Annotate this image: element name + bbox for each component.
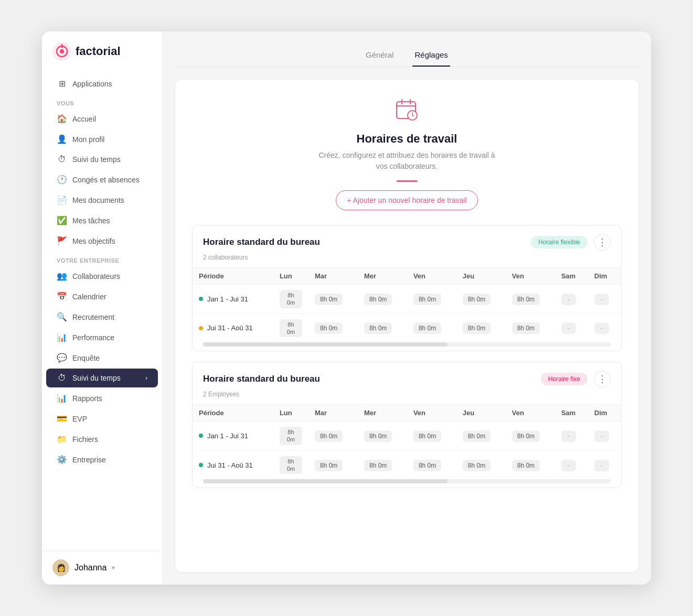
time-badge: 8h 0m (512, 430, 540, 442)
time-badge: 8h 0m (463, 460, 491, 471)
content-area: Horaires de travail Créez, configurez et… (175, 80, 638, 572)
time-badge: 8h 0m (364, 430, 392, 442)
sidebar-item-label: Calendrier (72, 293, 106, 301)
time-badge: 8h 0m (315, 294, 343, 305)
period-cell-1-2: Jui 31 - Aoû 31 (199, 324, 267, 332)
status-dot-green (199, 297, 203, 301)
col-header-periode-2: Période (193, 405, 273, 422)
sidebar-item-label: Suivi du temps (72, 374, 121, 382)
col-header-jeu-2: Jeu (456, 405, 506, 422)
sidebar-item-label: Entreprise (72, 456, 106, 464)
more-options-button-2[interactable]: ⋮ (594, 371, 611, 387)
schedule-card-1-actions: Horaire flexible ⋮ (531, 234, 611, 251)
sidebar-item-label: Mes objectifs (72, 237, 115, 245)
schedule-card-2: Horaire standard du bureau Horaire fixe … (192, 362, 622, 488)
sidebar-item-mes-documents[interactable]: 📄 Mes documents (46, 190, 158, 210)
col-header-sam-2: Sam (555, 405, 588, 422)
more-options-button-1[interactable]: ⋮ (594, 234, 611, 251)
sidebar-item-label: Performance (72, 333, 114, 342)
scroll-bar-1[interactable] (203, 342, 611, 347)
chart-icon: 📊 (57, 332, 67, 342)
user-icon: 👤 (57, 134, 67, 144)
col-header-dim: Dim (588, 268, 621, 285)
dash-badge: - (594, 460, 609, 471)
sidebar-item-rapports[interactable]: 📊 Rapports (46, 388, 158, 408)
clock-icon: ⏱ (57, 155, 67, 164)
add-schedule-button[interactable]: + Ajouter un nouvel horaire de travail (336, 190, 477, 210)
sidebar-item-enquete[interactable]: 💬 Enquête (46, 348, 158, 368)
sidebar-item-conges[interactable]: 🕐 Congés et absences (46, 170, 158, 189)
sidebar-item-mes-taches[interactable]: ✅ Mes tâches (46, 211, 158, 230)
card-icon: 💳 (57, 414, 67, 424)
time-badge: 8h 0m (364, 322, 392, 334)
tab-general[interactable]: Général (364, 44, 396, 67)
time-badge: 8h0m (280, 290, 302, 308)
scroll-bar-2[interactable] (203, 479, 611, 483)
dash-badge: - (561, 294, 576, 305)
sidebar: factorial ⊞ Applications VOUS 🏠 Accueil … (42, 31, 163, 585)
table-row: Jui 31 - Aoû 31 8h0m 8h 0m 8h 0m 8h 0m 8… (193, 450, 621, 479)
time-badge: 8h 0m (315, 430, 343, 442)
schedule-card-2-header: Horaire standard du bureau Horaire fixe … (193, 362, 621, 390)
time-badge: 8h 0m (315, 460, 343, 471)
dash-badge: - (594, 294, 609, 305)
sidebar-item-suivi-vous[interactable]: ⏱ Suivi du temps (46, 150, 158, 169)
sidebar-item-label: Congés et absences (72, 176, 140, 184)
schedule-card-2-meta: 2 Employees (193, 390, 621, 404)
sidebar-item-label: Rapports (72, 394, 102, 403)
user-profile[interactable]: 👩 Johanna ▾ (42, 550, 162, 585)
badge-flexible: Horaire flexible (531, 236, 588, 248)
sidebar-item-suivi-temps[interactable]: ⏱ Suivi du temps › (46, 369, 158, 387)
page-title: Horaires de travail (192, 132, 622, 146)
time-badge: 8h 0m (463, 294, 491, 305)
sidebar-item-collaborateurs[interactable]: 👥 Collaborateurs (46, 266, 158, 286)
sidebar-item-performance[interactable]: 📊 Performance (46, 328, 158, 347)
tab-bar: Général Réglages (175, 44, 638, 67)
flag-icon: 🚩 (57, 236, 67, 246)
time-badge: 8h 0m (413, 430, 441, 442)
sidebar-item-mon-profil[interactable]: 👤 Mon profil (46, 129, 158, 149)
sidebar-item-label: Recrutement (72, 313, 114, 321)
calendar-icon: 📅 (57, 291, 67, 301)
plus-square-icon: ⊞ (57, 79, 67, 89)
sidebar-item-fichiers[interactable]: 📁 Fichiers (46, 429, 158, 449)
sidebar-item-recrutement[interactable]: 🔍 Recrutement (46, 307, 158, 327)
sidebar-item-evp[interactable]: 💳 EVP (46, 409, 158, 428)
time-badge: 8h 0m (512, 460, 540, 471)
time-badge: 8h0m (280, 456, 302, 474)
sidebar-item-label: Suivi du temps (72, 155, 121, 164)
chevron-down-icon: ▾ (112, 564, 115, 571)
col-header-mar: Mar (308, 268, 358, 285)
avatar: 👩 (52, 559, 69, 576)
time-badge: 8h0m (280, 319, 302, 338)
period-cell-1-1: Jan 1 - Jui 31 (199, 295, 267, 303)
dash-badge: - (561, 460, 576, 471)
sidebar-item-label: Accueil (72, 115, 96, 123)
period-cell-2-2: Jui 31 - Aoû 31 (199, 461, 267, 469)
check-icon: ✅ (57, 215, 67, 225)
sidebar-item-calendrier[interactable]: 📅 Calendrier (46, 287, 158, 306)
timer-icon: ⏱ (57, 373, 67, 383)
schedule-card-1-header: Horaire standard du bureau Horaire flexi… (193, 225, 621, 253)
user-name: Johanna (74, 563, 106, 572)
search-icon: 🔍 (57, 312, 67, 322)
dash-badge: - (594, 322, 609, 334)
table-row: Jui 31 - Aoû 31 8h0m 8h 0m 8h 0m 8h 0m 8… (193, 314, 621, 342)
time-badge: 8h 0m (463, 322, 491, 334)
schedule-table-2: Période Lun Mar Mer Ven Jeu Ven Sam Dim (193, 404, 621, 479)
time-badge: 8h 0m (413, 294, 441, 305)
col-header-lun-2: Lun (273, 405, 308, 422)
sidebar-item-mes-objectifs[interactable]: 🚩 Mes objectifs (46, 231, 158, 251)
tab-reglages[interactable]: Réglages (412, 44, 450, 67)
time-badge: 8h 0m (315, 322, 343, 334)
scroll-thumb (203, 479, 447, 483)
sidebar-item-entreprise[interactable]: ⚙️ Entreprise (46, 450, 158, 469)
sidebar-section-entreprise: VOTRE ENTREPRISE (42, 251, 162, 266)
sidebar-item-applications[interactable]: ⊞ Applications (46, 74, 158, 93)
sidebar-item-accueil[interactable]: 🏠 Accueil (46, 109, 158, 128)
col-header-dim-2: Dim (588, 405, 621, 422)
hero-section: Horaires de travail Créez, configurez et… (192, 96, 622, 210)
col-header-ven2: Ven (506, 268, 555, 285)
schedule-table-1: Période Lun Mar Mer Ven Jeu Ven Sam Dim (193, 267, 621, 342)
reports-icon: 📊 (57, 393, 67, 403)
